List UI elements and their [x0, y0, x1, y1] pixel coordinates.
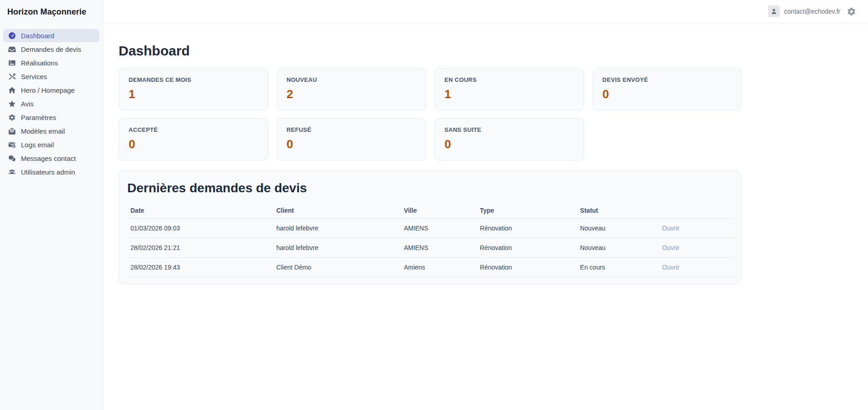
- sidebar: Horizon Maçonnerie Dashboard Demandes de…: [0, 0, 103, 410]
- cell-statut: Nouveau: [576, 219, 658, 238]
- star-icon: [8, 100, 16, 108]
- sidebar-item-modeles-email[interactable]: Modèles email: [3, 125, 100, 138]
- tools-icon: [8, 73, 16, 80]
- stat-value: 1: [444, 87, 574, 101]
- sidebar-item-utilisateurs-admin[interactable]: Utilisateurs admin: [3, 165, 100, 179]
- recent-requests-card: Dernières demandes de devis Date Client …: [119, 170, 742, 284]
- main-column: contact@echodev.fr Dashboard DEMANDES CE…: [103, 0, 868, 410]
- sidebar-item-label: Modèles email: [21, 127, 65, 135]
- sidebar-item-label: Logs email: [21, 141, 54, 149]
- gear-icon: [8, 114, 16, 121]
- cell-ville: AMIENS: [400, 238, 476, 258]
- user-avatar[interactable]: [768, 5, 780, 17]
- sidebar-item-services[interactable]: Services: [3, 70, 100, 83]
- cell-type: Rénovation: [476, 238, 576, 258]
- cell-client: Client Démo: [272, 258, 400, 277]
- settings-gear-icon[interactable]: [847, 7, 856, 16]
- cell-ville: Amiens: [400, 258, 476, 277]
- stat-value: 0: [287, 137, 416, 151]
- cell-statut: En cours: [576, 258, 658, 277]
- sidebar-item-label: Messages contact: [21, 155, 76, 162]
- col-header-client: Client: [272, 203, 400, 219]
- content-area: Dashboard DEMANDES CE MOIS 1 NOUVEAU 2 E…: [103, 23, 868, 284]
- topbar: contact@echodev.fr: [103, 0, 868, 23]
- brand-title: Horizon Maçonnerie: [3, 6, 100, 17]
- col-header-action: [658, 203, 734, 219]
- stat-value: 2: [287, 87, 416, 101]
- col-header-ville: Ville: [400, 203, 476, 219]
- table-header-row: Date Client Ville Type Statut: [126, 203, 734, 219]
- stat-card-en-cours: EN COURS 1: [434, 68, 584, 110]
- sidebar-item-realisations[interactable]: Réalisations: [3, 56, 100, 70]
- page-title: Dashboard: [119, 43, 868, 59]
- sidebar-item-hero-homepage[interactable]: Hero / Homepage: [3, 84, 100, 97]
- stat-label: EN COURS: [444, 76, 574, 83]
- cell-date: 28/02/2026 19:43: [126, 258, 272, 277]
- sidebar-item-label: Utilisateurs admin: [21, 168, 75, 176]
- stat-card-demandes-ce-mois: DEMANDES CE MOIS 1: [119, 68, 268, 110]
- stat-label: ACCEPTÉ: [129, 126, 258, 133]
- stat-value: 0: [444, 137, 574, 151]
- cell-date: 01/03/2026 09:03: [126, 219, 272, 238]
- sidebar-nav: Dashboard Demandes de devis Réalisations…: [3, 29, 100, 179]
- col-header-date: Date: [126, 203, 272, 219]
- envelope-open-icon: [8, 127, 16, 135]
- stat-label: NOUVEAU: [287, 76, 416, 83]
- open-link[interactable]: Ouvrir: [662, 264, 679, 271]
- table-row: 01/03/2026 09:03 harold lefebvre AMIENS …: [126, 219, 734, 238]
- col-header-statut: Statut: [576, 203, 658, 219]
- gauge-icon: [8, 32, 16, 40]
- sidebar-item-dashboard[interactable]: Dashboard: [3, 29, 100, 42]
- stat-card-sans-suite: SANS SUITE 0: [434, 118, 584, 160]
- stat-label: REFUSÉ: [287, 126, 416, 133]
- stat-value: 1: [129, 87, 258, 101]
- stat-card-devis-envoye: DEVIS ENVOYÉ 0: [593, 68, 742, 110]
- stat-card-accepte: ACCEPTÉ 0: [119, 118, 268, 160]
- sidebar-item-label: Hero / Homepage: [21, 86, 75, 94]
- sidebar-item-logs-email[interactable]: Logs email: [3, 138, 100, 151]
- sidebar-item-label: Services: [21, 73, 47, 80]
- envelope-check-icon: [8, 141, 16, 149]
- home-icon: [8, 86, 16, 94]
- inbox-icon: [8, 45, 16, 53]
- sidebar-item-label: Réalisations: [21, 59, 58, 67]
- col-header-type: Type: [476, 203, 576, 219]
- sidebar-item-label: Paramètres: [21, 114, 56, 121]
- cell-date: 28/02/2026 21:21: [126, 238, 272, 258]
- stat-card-nouveau: NOUVEAU 2: [277, 68, 426, 110]
- sidebar-item-avis[interactable]: Avis: [3, 97, 100, 110]
- sidebar-item-messages-contact[interactable]: Messages contact: [3, 152, 100, 165]
- sidebar-item-parametres[interactable]: Paramètres: [3, 111, 100, 124]
- stat-card-refuse: REFUSÉ 0: [277, 118, 426, 160]
- stat-label: DEVIS ENVOYÉ: [603, 76, 732, 83]
- user-email: contact@echodev.fr: [784, 8, 840, 15]
- sidebar-item-label: Dashboard: [21, 32, 54, 40]
- cell-client: harold lefebvre: [272, 219, 400, 238]
- stat-value: 0: [129, 137, 258, 151]
- image-icon: [8, 59, 16, 67]
- user-icon: [770, 8, 778, 15]
- recent-requests-table: Date Client Ville Type Statut 01/03/2026…: [126, 203, 734, 277]
- cell-type: Rénovation: [476, 219, 576, 238]
- stats-grid: DEMANDES CE MOIS 1 NOUVEAU 2 EN COURS 1 …: [119, 68, 742, 160]
- table-row: 28/02/2026 21:21 harold lefebvre AMIENS …: [126, 238, 734, 258]
- users-icon: [8, 168, 16, 176]
- open-link[interactable]: Ouvrir: [662, 225, 679, 232]
- cell-ville: AMIENS: [400, 219, 476, 238]
- cell-client: harold lefebvre: [272, 238, 400, 258]
- cell-statut: Nouveau: [576, 238, 658, 258]
- sidebar-item-demandes-de-devis[interactable]: Demandes de devis: [3, 43, 100, 56]
- app-window: Horizon Maçonnerie Dashboard Demandes de…: [0, 0, 868, 410]
- open-link[interactable]: Ouvrir: [662, 244, 679, 251]
- stat-label: DEMANDES CE MOIS: [129, 76, 258, 83]
- cell-type: Rénovation: [476, 258, 576, 277]
- chat-bubbles-icon: [8, 155, 16, 162]
- sidebar-item-label: Demandes de devis: [21, 45, 81, 53]
- table-row: 28/02/2026 19:43 Client Démo Amiens Réno…: [126, 258, 734, 277]
- sidebar-item-label: Avis: [21, 100, 34, 108]
- recent-requests-title: Dernières demandes de devis: [127, 181, 734, 195]
- stat-value: 0: [603, 87, 732, 101]
- stat-label: SANS SUITE: [444, 126, 574, 133]
